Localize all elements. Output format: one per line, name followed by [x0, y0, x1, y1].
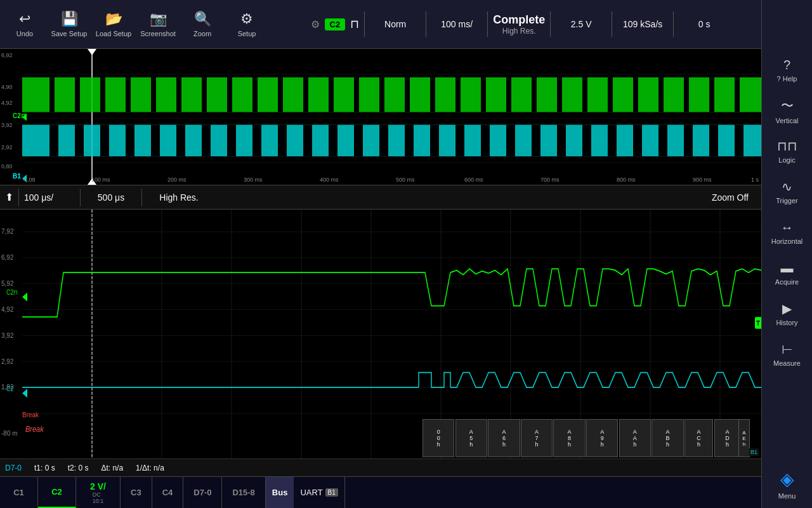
svg-text:6,92: 6,92 — [1, 253, 13, 262]
voltage-value: 2.5 V — [571, 19, 592, 29]
sidebar-item-menu[interactable]: ◈ Menu — [764, 465, 810, 503]
ov-x-label-start: -1,08 — [22, 177, 36, 183]
acquire-label: Acquire — [775, 278, 799, 286]
vertical-label: Vertical — [775, 117, 798, 124]
menu-label: Menu — [778, 492, 796, 500]
svg-marker-99 — [22, 389, 27, 398]
sidebar-item-acquire[interactable]: ▬ Acquire — [764, 254, 810, 292]
svg-rect-52 — [379, 124, 388, 156]
sidebar-item-measure[interactable]: ⊢ Measure — [764, 335, 810, 373]
decode-cell-a5h: A5h — [455, 419, 487, 457]
bus-label[interactable]: Bus — [266, 477, 294, 509]
sidebar-item-help[interactable]: ? ? Help — [764, 51, 810, 89]
svg-text:5,92: 5,92 — [1, 279, 13, 287]
svg-rect-61 — [608, 124, 617, 156]
svg-rect-50 — [329, 124, 337, 156]
svg-marker-97 — [22, 293, 27, 302]
svg-rect-27 — [506, 77, 511, 112]
setup-button[interactable]: ⚙ Setup — [225, 2, 269, 46]
svg-text:7,92: 7,92 — [1, 227, 13, 236]
zoom-off-label[interactable]: Zoom Off — [712, 192, 749, 203]
ov-x-label-1s: 1 s — [751, 177, 759, 183]
save-setup-button[interactable]: 💾 Save Setup — [47, 2, 91, 46]
svg-rect-65 — [709, 124, 718, 156]
svg-rect-30 — [582, 77, 587, 112]
svg-rect-14 — [176, 77, 181, 112]
svg-rect-17 — [252, 77, 258, 112]
zoom-mode[interactable]: High Res. — [147, 192, 211, 203]
zoom-arrow-icon[interactable]: ⬆ — [5, 191, 13, 203]
channel-c3-button[interactable]: C3 — [121, 477, 152, 509]
zoom-button[interactable]: 🔍 Zoom — [180, 2, 225, 46]
svg-rect-12 — [126, 77, 131, 112]
sidebar-item-logic[interactable]: ⊓⊓ Logic — [764, 132, 810, 170]
sidebar-item-history[interactable]: ▶ History — [764, 295, 810, 333]
sidebar-item-vertical[interactable]: 〜 Vertical — [764, 91, 810, 130]
overview-panel[interactable]: 6,92 4,90 4,92 3,92 2,92 0,80 C2⊓ B1 — [0, 49, 761, 185]
undo-button[interactable]: ↩ Undo — [3, 2, 47, 46]
save-setup-label: Save Setup — [51, 30, 88, 37]
svg-rect-41 — [100, 124, 109, 156]
overview-waveform-svg — [0, 49, 761, 185]
channel-c2-button[interactable]: C2 — [38, 477, 76, 509]
volt-value: 2 V/ — [90, 481, 106, 491]
svg-marker-6 — [88, 49, 96, 55]
time-offset-block[interactable]: 0 s — [679, 19, 730, 29]
detail-panel[interactable]: 7,92 6,92 5,92 4,92 3,92 2,92 1,92 -80 m… — [0, 210, 761, 476]
time-div-block[interactable]: 100 ms/ — [431, 19, 482, 29]
zoom-sep-3 — [141, 189, 142, 206]
channel-c2-info[interactable]: 2 V/ DC 10:1 — [76, 477, 121, 509]
bus-section[interactable]: Bus UART B1 — [266, 477, 345, 509]
channel-c4-button[interactable]: C4 — [152, 477, 184, 509]
zoom-sep-1 — [18, 189, 19, 206]
uart-label[interactable]: UART B1 — [294, 477, 344, 509]
channel-c1-button[interactable]: C1 — [0, 477, 38, 509]
c2-label: C2 — [51, 487, 62, 497]
channel-d15-8-button[interactable]: D15-8 — [222, 477, 265, 509]
trigger-mode-block[interactable]: Norm — [370, 19, 421, 29]
screenshot-button[interactable]: 📷 Screenshot — [136, 2, 180, 46]
svg-rect-55 — [455, 124, 464, 156]
bus-decode-area: 00h A5h A6h A7h A8h A9h AAh ABh — [0, 419, 761, 457]
svg-rect-47 — [252, 124, 261, 156]
acquire-icon: ▬ — [781, 261, 794, 276]
channel-settings-icon[interactable]: ⚙ — [311, 18, 320, 30]
vertical-icon: 〜 — [781, 97, 794, 114]
c1-label: C1 — [13, 488, 24, 497]
svg-rect-11 — [100, 77, 105, 112]
svg-rect-46 — [227, 124, 236, 156]
voltage-block[interactable]: 2.5 V — [556, 19, 606, 29]
svg-rect-25 — [455, 77, 461, 112]
channel-d7-0-button[interactable]: D7-0 — [183, 477, 222, 509]
svg-rect-56 — [481, 124, 490, 156]
load-setup-button[interactable]: 📂 Load Setup — [91, 2, 136, 46]
svg-rect-44 — [176, 124, 185, 156]
sidebar-item-trigger[interactable]: ∿ Trigger — [764, 173, 810, 211]
svg-rect-23 — [405, 77, 410, 112]
svg-rect-18 — [278, 77, 283, 112]
svg-rect-32 — [633, 77, 638, 112]
sidebar-item-horizontal[interactable]: ↔ Horizontal — [764, 213, 810, 251]
meas-delta-t: Δt: n/a — [101, 464, 123, 472]
c3-label: C3 — [131, 488, 141, 497]
svg-rect-10 — [75, 77, 80, 112]
zoom-window[interactable]: 500 μs — [86, 192, 136, 203]
svg-rect-62 — [633, 124, 642, 156]
zoom-sep-2 — [80, 189, 81, 206]
channel-badge[interactable]: C2 — [325, 18, 346, 30]
svg-rect-45 — [202, 124, 211, 156]
main-area: 6,92 4,90 4,92 3,92 2,92 0,80 C2⊓ B1 — [0, 49, 761, 476]
meas-t1: t1: 0 s — [34, 464, 55, 472]
decode-cell-ach: ACh — [684, 419, 714, 457]
svg-rect-59 — [557, 124, 566, 156]
zoom-time-div[interactable]: 100 μs/ — [24, 192, 75, 203]
screenshot-label: Screenshot — [140, 30, 176, 37]
history-label: History — [776, 319, 797, 326]
ov-x-label-100ms: 100 ms — [91, 177, 110, 183]
svg-rect-53 — [405, 124, 414, 156]
horizontal-icon: ↔ — [781, 220, 794, 235]
bottom-bar: C1 C2 2 V/ DC 10:1 C3 C4 D7-0 D15-8 Bus … — [0, 476, 761, 508]
sample-rate-block[interactable]: 109 kSa/s — [617, 19, 668, 29]
volt-detail: DC 10:1 — [93, 491, 104, 504]
svg-text:2,92: 2,92 — [1, 357, 13, 365]
